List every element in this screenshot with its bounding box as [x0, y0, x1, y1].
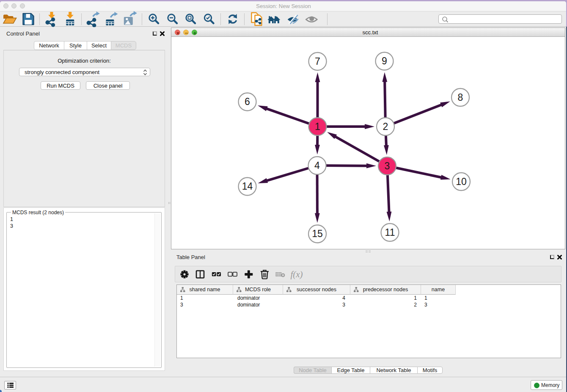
- svg-text:9: 9: [382, 55, 387, 66]
- svg-text:14: 14: [242, 181, 253, 192]
- svg-text:11: 11: [385, 226, 395, 237]
- svg-text:10: 10: [456, 176, 467, 187]
- svg-text:f(x): f(x): [290, 269, 303, 279]
- svg-text:4: 4: [314, 160, 320, 171]
- svg-text:1: 1: [315, 121, 320, 132]
- svg-text:15: 15: [312, 228, 323, 239]
- svg-text:6: 6: [245, 96, 250, 107]
- svg-text:8: 8: [458, 91, 463, 102]
- svg-text:2: 2: [383, 121, 388, 132]
- svg-text:7: 7: [315, 55, 320, 66]
- svg-text:3: 3: [385, 160, 390, 171]
